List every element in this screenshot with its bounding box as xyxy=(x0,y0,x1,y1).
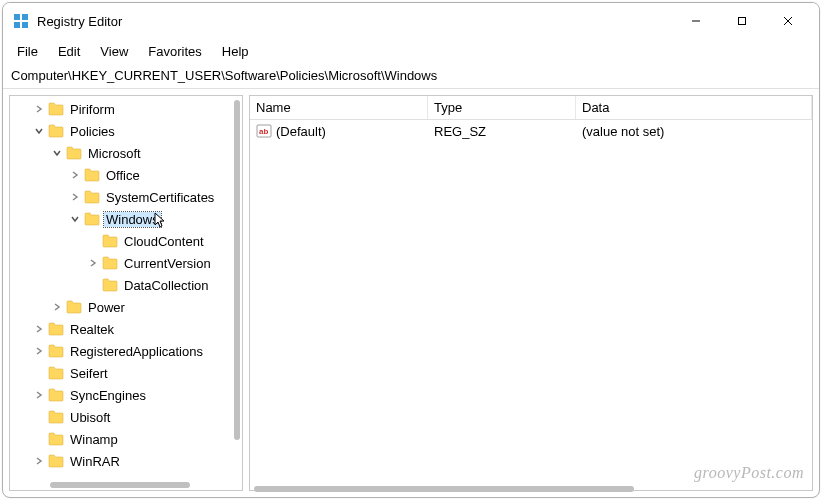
tree-node[interactable]: Seifert xyxy=(10,362,242,384)
chevron-right-icon[interactable] xyxy=(32,102,46,116)
close-button[interactable] xyxy=(765,6,811,36)
expander-none xyxy=(32,432,46,446)
tree-horizontal-scrollbar[interactable] xyxy=(50,482,190,488)
column-data[interactable]: Data xyxy=(576,96,812,119)
folder-icon xyxy=(48,432,64,446)
folder-icon xyxy=(84,190,100,204)
tree-node[interactable]: Windows xyxy=(10,208,242,230)
tree-panel: PiriformPoliciesMicrosoftOfficeSystemCer… xyxy=(9,95,243,491)
chevron-down-icon[interactable] xyxy=(50,146,64,160)
tree-vertical-scrollbar[interactable] xyxy=(234,100,240,440)
svg-rect-0 xyxy=(14,14,20,20)
tree-node-label: SystemCertificates xyxy=(104,190,216,205)
tree-node[interactable]: Realtek xyxy=(10,318,242,340)
titlebar: Registry Editor xyxy=(3,3,819,39)
tree-node-label: RegisteredApplications xyxy=(68,344,205,359)
registry-editor-window: Registry Editor File Edit View Favorites… xyxy=(2,2,820,498)
tree-node[interactable]: CurrentVersion xyxy=(10,252,242,274)
svg-rect-5 xyxy=(739,18,746,25)
chevron-right-icon[interactable] xyxy=(32,344,46,358)
menu-edit[interactable]: Edit xyxy=(48,42,90,61)
folder-icon xyxy=(102,234,118,248)
chevron-right-icon[interactable] xyxy=(32,322,46,336)
chevron-right-icon[interactable] xyxy=(68,168,82,182)
column-name[interactable]: Name xyxy=(250,96,428,119)
tree-node[interactable]: CloudContent xyxy=(10,230,242,252)
tree-node[interactable]: WinRAR xyxy=(10,450,242,472)
expander-none xyxy=(32,366,46,380)
menu-help[interactable]: Help xyxy=(212,42,259,61)
menu-view[interactable]: View xyxy=(90,42,138,61)
folder-icon xyxy=(66,146,82,160)
chevron-down-icon[interactable] xyxy=(68,212,82,226)
folder-icon xyxy=(102,256,118,270)
svg-rect-2 xyxy=(14,22,20,28)
values-list[interactable]: ab(Default)REG_SZ(value not set) xyxy=(250,120,812,142)
folder-icon xyxy=(48,410,64,424)
tree-node[interactable]: SystemCertificates xyxy=(10,186,242,208)
regedit-icon xyxy=(13,13,29,29)
tree-node[interactable]: Winamp xyxy=(10,428,242,450)
tree-node-label: Ubisoft xyxy=(68,410,112,425)
tree-node-label: Piriform xyxy=(68,102,117,117)
expander-none xyxy=(86,278,100,292)
tree-node-label: CurrentVersion xyxy=(122,256,213,271)
values-header: Name Type Data xyxy=(250,96,812,120)
tree-node[interactable]: SyncEngines xyxy=(10,384,242,406)
maximize-button[interactable] xyxy=(719,6,765,36)
minimize-button[interactable] xyxy=(673,6,719,36)
tree-node-label: Realtek xyxy=(68,322,116,337)
folder-icon xyxy=(66,300,82,314)
value-name: (Default) xyxy=(276,124,326,139)
address-path: Computer\HKEY_CURRENT_USER\Software\Poli… xyxy=(11,68,437,83)
folder-icon xyxy=(48,102,64,116)
folder-icon xyxy=(48,366,64,380)
svg-rect-1 xyxy=(22,14,28,20)
tree-node-label: Power xyxy=(86,300,127,315)
value-type: REG_SZ xyxy=(428,124,576,139)
folder-icon xyxy=(48,322,64,336)
tree-node[interactable]: Office xyxy=(10,164,242,186)
menu-favorites[interactable]: Favorites xyxy=(138,42,211,61)
tree-node-label: Windows xyxy=(104,212,161,227)
value-data: (value not set) xyxy=(576,124,812,139)
tree-node-label: Office xyxy=(104,168,142,183)
folder-icon xyxy=(84,212,100,226)
values-horizontal-scrollbar[interactable] xyxy=(254,486,634,492)
expander-none xyxy=(32,410,46,424)
address-bar[interactable]: Computer\HKEY_CURRENT_USER\Software\Poli… xyxy=(3,63,819,89)
expander-none xyxy=(86,234,100,248)
window-title: Registry Editor xyxy=(37,14,122,29)
chevron-down-icon[interactable] xyxy=(32,124,46,138)
chevron-right-icon[interactable] xyxy=(68,190,82,204)
tree-node[interactable]: RegisteredApplications xyxy=(10,340,242,362)
value-row[interactable]: ab(Default)REG_SZ(value not set) xyxy=(250,120,812,142)
registry-tree[interactable]: PiriformPoliciesMicrosoftOfficeSystemCer… xyxy=(10,96,242,490)
tree-node[interactable]: Policies xyxy=(10,120,242,142)
chevron-right-icon[interactable] xyxy=(50,300,64,314)
chevron-right-icon[interactable] xyxy=(86,256,100,270)
tree-node-label: Microsoft xyxy=(86,146,143,161)
content-area: PiriformPoliciesMicrosoftOfficeSystemCer… xyxy=(3,89,819,497)
tree-node-label: DataCollection xyxy=(122,278,211,293)
column-type[interactable]: Type xyxy=(428,96,576,119)
menubar: File Edit View Favorites Help xyxy=(3,39,819,63)
tree-node-label: WinRAR xyxy=(68,454,122,469)
tree-node-label: SyncEngines xyxy=(68,388,148,403)
tree-node-label: Seifert xyxy=(68,366,110,381)
folder-icon xyxy=(48,344,64,358)
tree-node[interactable]: Power xyxy=(10,296,242,318)
values-panel: Name Type Data ab(Default)REG_SZ(value n… xyxy=(249,95,813,491)
tree-node[interactable]: DataCollection xyxy=(10,274,242,296)
folder-icon xyxy=(102,278,118,292)
tree-node-label: CloudContent xyxy=(122,234,206,249)
tree-node[interactable]: Piriform xyxy=(10,98,242,120)
chevron-right-icon[interactable] xyxy=(32,388,46,402)
tree-node[interactable]: Ubisoft xyxy=(10,406,242,428)
tree-node[interactable]: Microsoft xyxy=(10,142,242,164)
chevron-right-icon[interactable] xyxy=(32,454,46,468)
string-value-icon: ab xyxy=(256,123,272,139)
svg-rect-3 xyxy=(22,22,28,28)
menu-file[interactable]: File xyxy=(7,42,48,61)
folder-icon xyxy=(48,454,64,468)
